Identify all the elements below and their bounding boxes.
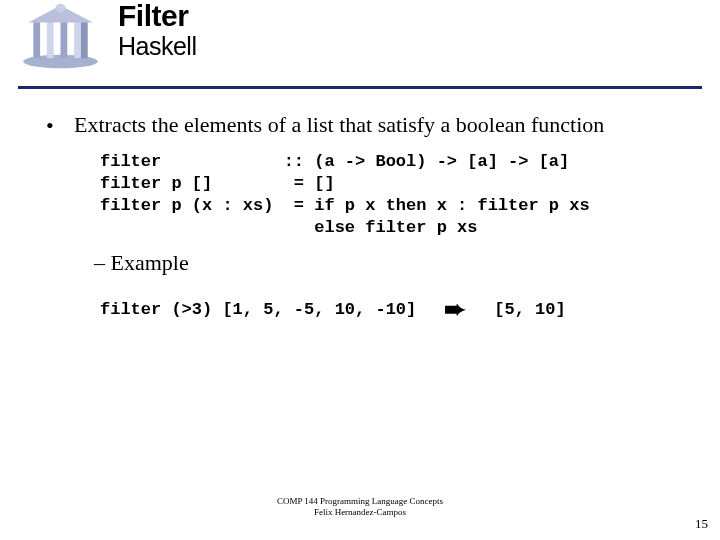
code-line: else filter p xs bbox=[100, 218, 477, 237]
header-bar: Filter Haskell bbox=[18, 0, 702, 89]
code-line: filter p (x : xs) = if p x then x : filt… bbox=[100, 196, 590, 215]
slide-subtitle: Haskell bbox=[118, 32, 196, 61]
code-definition: filter :: (a -> Bool) -> [a] -> [a] filt… bbox=[100, 151, 690, 238]
arrow-icon: ➨ bbox=[444, 294, 466, 325]
sub-bullet-example: – Example bbox=[94, 250, 690, 276]
code-line: filter p [] = [] bbox=[100, 174, 335, 193]
footer-line-2: Felix Hernandez-Campos bbox=[0, 507, 720, 518]
bullet-text: Extracts the elements of a list that sat… bbox=[74, 111, 604, 139]
slide: Filter Haskell • Extracts the elements o… bbox=[0, 0, 720, 540]
code-line: filter :: (a -> Bool) -> [a] -> [a] bbox=[100, 152, 569, 171]
unc-well-logo bbox=[18, 2, 103, 70]
slide-title: Filter bbox=[118, 0, 196, 32]
content-area: • Extracts the elements of a list that s… bbox=[0, 89, 720, 325]
svg-rect-4 bbox=[74, 21, 81, 58]
bullet-item: • Extracts the elements of a list that s… bbox=[30, 111, 690, 139]
bullet-marker: • bbox=[30, 111, 74, 139]
page-number: 15 bbox=[695, 516, 708, 532]
footer-line-1: COMP 144 Programming Language Concepts bbox=[0, 496, 720, 507]
footer: COMP 144 Programming Language Concepts F… bbox=[0, 496, 720, 518]
svg-rect-1 bbox=[33, 21, 40, 58]
example-input: filter (>3) [1, 5, -5, 10, -10] bbox=[100, 300, 416, 319]
svg-rect-5 bbox=[81, 21, 88, 58]
title-block: Filter Haskell bbox=[118, 0, 196, 61]
example-output: [5, 10] bbox=[494, 300, 565, 319]
svg-rect-3 bbox=[61, 21, 68, 58]
example-row: filter (>3) [1, 5, -5, 10, -10] ➨ [5, 10… bbox=[100, 294, 690, 325]
svg-rect-2 bbox=[47, 21, 54, 58]
svg-point-6 bbox=[55, 4, 65, 13]
